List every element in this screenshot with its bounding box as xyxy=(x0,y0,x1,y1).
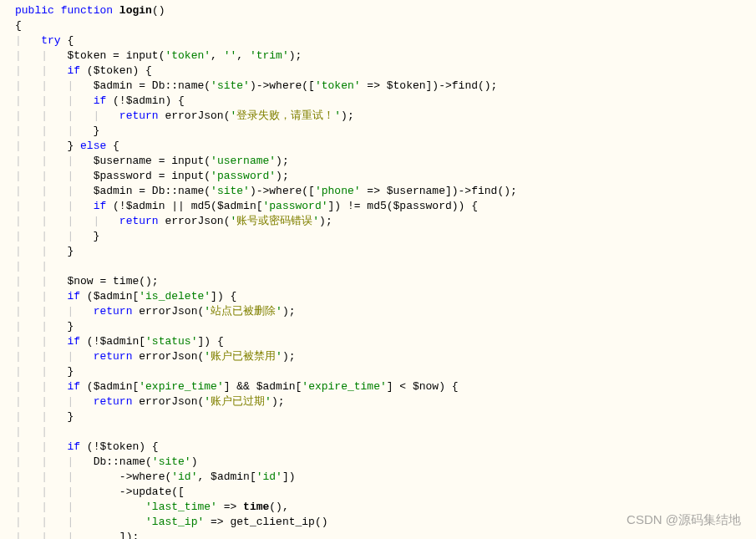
keyword-else: else xyxy=(80,140,106,152)
var-password: $password xyxy=(94,170,152,182)
str-empty: '' xyxy=(224,49,237,62)
var-username: $username xyxy=(94,155,152,167)
var-now: $now xyxy=(67,275,93,287)
function-name-login: login xyxy=(119,4,152,17)
var-admin: $admin xyxy=(94,79,133,92)
keyword-return: return xyxy=(119,109,159,122)
keyword-function: function xyxy=(61,4,113,17)
code-block: public function login() { | try { | | $t… xyxy=(0,0,756,539)
keyword-if: if xyxy=(67,64,80,77)
msg-login-fail: 登录失败，请重试！ xyxy=(236,109,334,122)
msg-acct-ban: 账户已被禁用 xyxy=(211,350,276,363)
msg-acct-exp: 账户已过期 xyxy=(211,395,265,408)
keyword-public: public xyxy=(15,4,54,17)
msg-site-del: 站点已被删除 xyxy=(211,305,276,318)
str-trim: 'trim' xyxy=(250,49,289,62)
msg-cred-err: 账号或密码错误 xyxy=(236,215,312,227)
str-token: 'token' xyxy=(165,49,211,62)
var-token: $token xyxy=(67,49,106,62)
call-input: input xyxy=(126,49,159,62)
keyword-try: try xyxy=(41,34,60,47)
